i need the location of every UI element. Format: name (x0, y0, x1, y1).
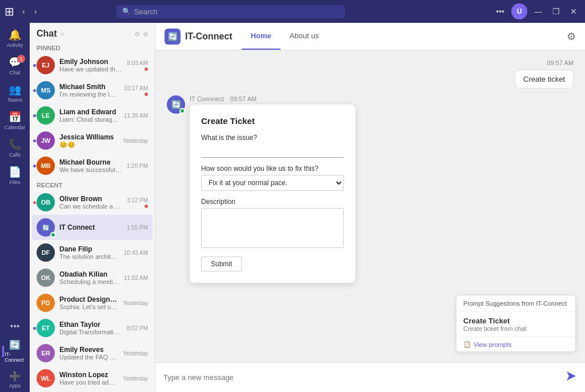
avatar-emily-johnson: EJ (37, 56, 55, 74)
search-input[interactable] (134, 7, 339, 16)
avatar-winston-lopez: WL (37, 369, 55, 387)
app-nav: Home About us (242, 23, 328, 50)
view-prompts-link[interactable]: 📋 View prompts (456, 337, 575, 351)
chat-item-michael-smith[interactable]: MS Michael Smith I'm reviewing the lates… (32, 78, 153, 103)
chat-meta: Yesterday (123, 375, 148, 382)
chat-name: Emily Johnson (59, 58, 122, 66)
issue-label: What is the issue? (201, 134, 344, 142)
urgency-select[interactable]: Fix it at your normal pace. Fix it ASAP … (201, 175, 344, 191)
user-avatar[interactable]: U (511, 3, 527, 19)
chat-item-oliver-brown[interactable]: OB Oliver Brown Can we schedule a quick … (32, 190, 153, 215)
nav-item-home[interactable]: Home (242, 23, 281, 50)
filter-icon[interactable]: ○ (143, 29, 148, 38)
chat-name: IT Connect (59, 223, 122, 231)
chat-preview: The solution architecture for thi... (59, 253, 119, 260)
chat-info-michael-smith: Michael Smith I'm reviewing the latest I… (59, 83, 119, 98)
chat-item-obadiah-kilian[interactable]: OK Obadiah Kilian Scheduling a meeting w… (32, 265, 153, 290)
chat-item-winston-lopez[interactable]: WL Winston Lopez Have you tried addressi… (32, 366, 153, 391)
chat-item-liam-edward[interactable]: LE Liam and Edward Liam: Cloud storage o… (32, 103, 153, 128)
pinned-dot (33, 327, 36, 330)
chat-name: Winston Lopez (59, 371, 118, 379)
sidebar-item-teams[interactable]: 👥 Teams (2, 80, 27, 106)
prompt-suggestions-card: Prompt Suggestions from IT-Connect Creat… (456, 295, 576, 352)
sidebar-item-calls[interactable]: 📞 Calls (2, 135, 27, 161)
pinned-dot (33, 165, 36, 167)
app-logo: 🔄 IT-Connect (165, 29, 233, 45)
create-ticket-modal: Create Ticket What is the issue? How soo… (190, 105, 355, 283)
chat-info-emily-reeves: Emily Reeves Updated the FAQ session wit… (59, 346, 118, 361)
view-prompts-label: View prompts (474, 341, 511, 348)
chat-meta: 1:55 PM (127, 225, 148, 231)
chat-item-jessica-williams[interactable]: JW Jessica Williams 😊😊 Yesterday (32, 128, 153, 153)
titlebar: ⊞ ‹ › 🔍 ••• U — ❐ ✕ (0, 0, 585, 23)
sidebar-item-label-it-connect: IT-Connect (5, 351, 25, 363)
sidebar-item-activity[interactable]: 🔔 Activity (2, 25, 27, 51)
chat-item-it-connect[interactable]: 🔄 IT Connect 1:55 PM (32, 215, 153, 240)
chat-info-emily-johnson: Emily Johnson Have we updated the client… (59, 58, 122, 73)
chat-item-dane-filip[interactable]: DF Dane Filip The solution architecture … (32, 240, 153, 265)
prompt-item-create-ticket[interactable]: Create Ticket Create ticket from chat (456, 312, 575, 337)
chat-name: Ethan Taylor (59, 321, 122, 329)
unread-indicator (145, 67, 148, 71)
more-icon: ••• (10, 321, 20, 331)
chat-meta: 11:02 AM (124, 275, 148, 281)
chat-preview: Sophia: Let's set up a brainstor... (59, 303, 118, 310)
chat-time: 1:20 PM (127, 163, 148, 169)
sidebar-item-it-connect[interactable]: 🔄 IT-Connect (2, 336, 27, 366)
restore-button[interactable]: ❐ (549, 6, 563, 17)
avatar-product-design: PD (37, 294, 55, 312)
it-connect-icon: 🔄 (9, 339, 21, 350)
forward-button[interactable]: › (31, 6, 41, 17)
chat-content: 09:57 AM Create ticket 🔄 IT Connnect 09:… (155, 50, 585, 392)
urgency-form-group: How soon would you like us to fix this? … (201, 165, 344, 191)
close-button[interactable]: ✕ (567, 6, 580, 17)
chat-meta: Yesterday (123, 300, 148, 306)
chat-meta: 8:02 PM (127, 325, 148, 331)
sidebar-item-calendar[interactable]: 📅 Calendar (2, 107, 27, 134)
avatar-dane-filip: DF (37, 243, 55, 262)
urgency-label: How soon would you like us to fix this? (201, 165, 344, 173)
description-form-group: Description (201, 198, 344, 250)
chat-item-emily-reeves[interactable]: ER Emily Reeves Updated the FAQ session … (32, 341, 153, 366)
nav-item-about[interactable]: About us (281, 23, 328, 50)
message-input[interactable] (163, 373, 560, 382)
chat-item-product-design[interactable]: PD Product Design Team Sophia: Let's set… (32, 290, 153, 315)
description-textarea[interactable] (201, 208, 344, 248)
avatar-it-connect: 🔄 (37, 218, 55, 237)
send-button[interactable] (566, 370, 577, 385)
chat-panel-title: Chat ○ (37, 29, 65, 39)
pinned-dot (33, 89, 36, 92)
chat-meta: 11:39 AM (124, 113, 148, 119)
chat-name: Liam and Edward (59, 108, 119, 116)
new-chat-icon[interactable]: ○ (135, 29, 139, 38)
chat-time: 8:03 AM (127, 60, 148, 66)
search-bar[interactable]: 🔍 (117, 5, 345, 18)
chat-badge: 1 (17, 55, 25, 63)
files-icon: 📄 (9, 166, 21, 178)
chat-name: Michael Smith (59, 83, 119, 91)
chat-info-it-connect: IT Connect (59, 223, 122, 231)
chat-item-emily-johnson[interactable]: EJ Emily Johnson Have we updated the cli… (32, 53, 153, 78)
recent-section-label: Recent (30, 178, 155, 190)
icon-sidebar: 🔔 Activity 💬 Chat 1 👥 Teams 📅 Calendar 📞… (0, 23, 30, 392)
chat-item-michael-bourne[interactable]: MB Michael Bourne We have successfully t… (32, 153, 153, 178)
chat-time: 10:17 AM (124, 85, 148, 91)
avatar-liam-edward: LE (37, 106, 55, 125)
chat-meta: 8:03 AM (127, 60, 148, 71)
settings-button[interactable]: ⚙ (567, 30, 576, 43)
back-button[interactable]: ‹ (19, 6, 29, 17)
avatar-obadiah-kilian: OK (37, 269, 55, 287)
issue-input[interactable] (201, 144, 344, 158)
chat-status-icon: ○ (61, 30, 65, 38)
chat-item-ethan-taylor[interactable]: ET Ethan Taylor Digital Transformation t… (32, 315, 153, 341)
sidebar-item-files[interactable]: 📄 Files (2, 162, 27, 189)
app-header-right: ⚙ (567, 30, 576, 43)
chat-info-winston-lopez: Winston Lopez Have you tried addressing … (59, 371, 118, 386)
submit-button[interactable]: Submit (201, 257, 242, 271)
sidebar-item-chat[interactable]: 💬 Chat 1 (2, 53, 27, 79)
sidebar-item-more[interactable]: ••• (2, 318, 27, 335)
more-options-button[interactable]: ••• (492, 6, 508, 17)
minimize-button[interactable]: — (531, 6, 546, 17)
sidebar-item-apps[interactable]: ➕ Apps (2, 367, 27, 392)
bot-name: IT Connnect (190, 95, 224, 102)
